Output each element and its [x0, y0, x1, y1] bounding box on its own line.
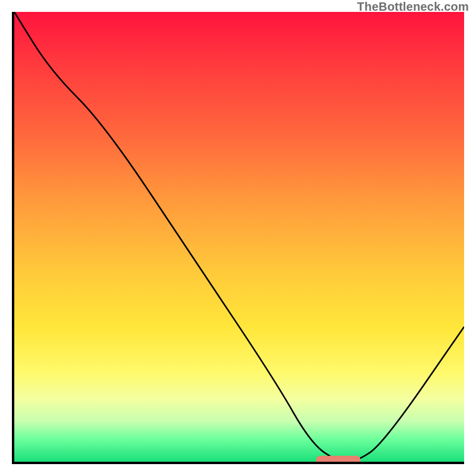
optimal-range-marker — [316, 456, 361, 464]
bottleneck-chart: TheBottleneck.com — [0, 0, 476, 476]
bottleneck-curve-line — [14, 12, 464, 462]
plot-area — [12, 12, 464, 464]
